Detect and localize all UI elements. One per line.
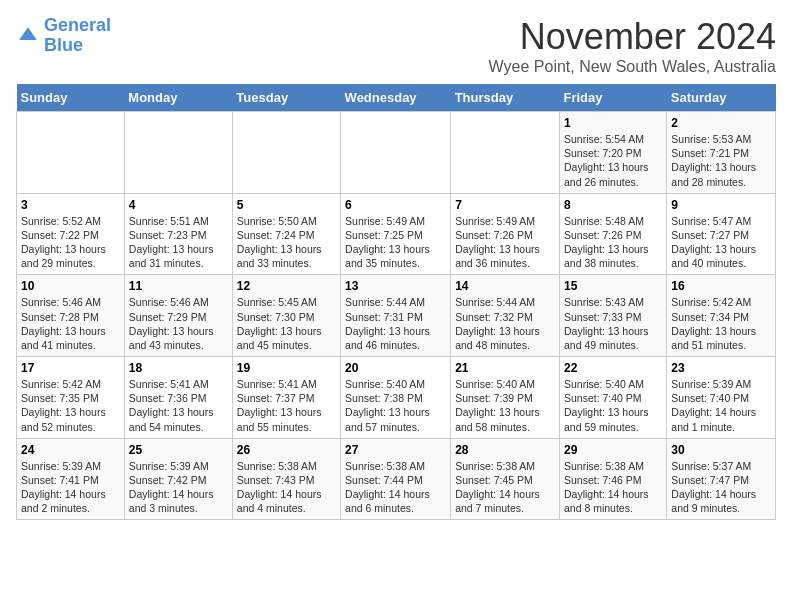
col-header-friday: Friday: [559, 84, 666, 112]
day-info: Sunrise: 5:40 AMSunset: 7:38 PMDaylight:…: [345, 377, 446, 434]
day-cell: 2Sunrise: 5:53 AMSunset: 7:21 PMDaylight…: [667, 112, 776, 194]
col-header-tuesday: Tuesday: [232, 84, 340, 112]
day-number: 8: [564, 198, 662, 212]
day-number: 2: [671, 116, 771, 130]
day-info: Sunrise: 5:44 AMSunset: 7:31 PMDaylight:…: [345, 295, 446, 352]
day-info: Sunrise: 5:39 AMSunset: 7:42 PMDaylight:…: [129, 459, 228, 516]
day-cell: 15Sunrise: 5:43 AMSunset: 7:33 PMDayligh…: [559, 275, 666, 357]
day-info: Sunrise: 5:46 AMSunset: 7:29 PMDaylight:…: [129, 295, 228, 352]
logo-icon: [16, 24, 40, 48]
day-info: Sunrise: 5:43 AMSunset: 7:33 PMDaylight:…: [564, 295, 662, 352]
day-info: Sunrise: 5:49 AMSunset: 7:25 PMDaylight:…: [345, 214, 446, 271]
day-number: 5: [237, 198, 336, 212]
day-number: 1: [564, 116, 662, 130]
day-info: Sunrise: 5:38 AMSunset: 7:43 PMDaylight:…: [237, 459, 336, 516]
day-number: 29: [564, 443, 662, 457]
day-cell: 19Sunrise: 5:41 AMSunset: 7:37 PMDayligh…: [232, 357, 340, 439]
day-info: Sunrise: 5:39 AMSunset: 7:40 PMDaylight:…: [671, 377, 771, 434]
title-block: November 2024 Wyee Point, New South Wale…: [489, 16, 776, 76]
day-info: Sunrise: 5:51 AMSunset: 7:23 PMDaylight:…: [129, 214, 228, 271]
day-number: 21: [455, 361, 555, 375]
day-info: Sunrise: 5:40 AMSunset: 7:40 PMDaylight:…: [564, 377, 662, 434]
week-row-2: 3Sunrise: 5:52 AMSunset: 7:22 PMDaylight…: [17, 193, 776, 275]
day-info: Sunrise: 5:47 AMSunset: 7:27 PMDaylight:…: [671, 214, 771, 271]
logo-line1: General: [44, 15, 111, 35]
day-cell: 29Sunrise: 5:38 AMSunset: 7:46 PMDayligh…: [559, 438, 666, 520]
day-cell: 24Sunrise: 5:39 AMSunset: 7:41 PMDayligh…: [17, 438, 125, 520]
day-number: 3: [21, 198, 120, 212]
day-number: 23: [671, 361, 771, 375]
day-cell: 28Sunrise: 5:38 AMSunset: 7:45 PMDayligh…: [451, 438, 560, 520]
day-info: Sunrise: 5:48 AMSunset: 7:26 PMDaylight:…: [564, 214, 662, 271]
day-cell: [451, 112, 560, 194]
day-cell: 14Sunrise: 5:44 AMSunset: 7:32 PMDayligh…: [451, 275, 560, 357]
logo-line2: Blue: [44, 36, 111, 56]
svg-marker-0: [19, 27, 37, 40]
day-number: 25: [129, 443, 228, 457]
day-cell: [124, 112, 232, 194]
day-cell: 4Sunrise: 5:51 AMSunset: 7:23 PMDaylight…: [124, 193, 232, 275]
day-info: Sunrise: 5:52 AMSunset: 7:22 PMDaylight:…: [21, 214, 120, 271]
day-cell: 13Sunrise: 5:44 AMSunset: 7:31 PMDayligh…: [341, 275, 451, 357]
day-number: 12: [237, 279, 336, 293]
day-info: Sunrise: 5:49 AMSunset: 7:26 PMDaylight:…: [455, 214, 555, 271]
day-cell: 11Sunrise: 5:46 AMSunset: 7:29 PMDayligh…: [124, 275, 232, 357]
day-cell: 5Sunrise: 5:50 AMSunset: 7:24 PMDaylight…: [232, 193, 340, 275]
week-row-4: 17Sunrise: 5:42 AMSunset: 7:35 PMDayligh…: [17, 357, 776, 439]
day-cell: 8Sunrise: 5:48 AMSunset: 7:26 PMDaylight…: [559, 193, 666, 275]
day-info: Sunrise: 5:45 AMSunset: 7:30 PMDaylight:…: [237, 295, 336, 352]
day-number: 22: [564, 361, 662, 375]
day-number: 15: [564, 279, 662, 293]
day-cell: 20Sunrise: 5:40 AMSunset: 7:38 PMDayligh…: [341, 357, 451, 439]
day-cell: 21Sunrise: 5:40 AMSunset: 7:39 PMDayligh…: [451, 357, 560, 439]
day-number: 30: [671, 443, 771, 457]
week-row-5: 24Sunrise: 5:39 AMSunset: 7:41 PMDayligh…: [17, 438, 776, 520]
day-info: Sunrise: 5:42 AMSunset: 7:34 PMDaylight:…: [671, 295, 771, 352]
day-cell: 9Sunrise: 5:47 AMSunset: 7:27 PMDaylight…: [667, 193, 776, 275]
col-header-sunday: Sunday: [17, 84, 125, 112]
day-info: Sunrise: 5:50 AMSunset: 7:24 PMDaylight:…: [237, 214, 336, 271]
header: General Blue November 2024 Wyee Point, N…: [16, 16, 776, 76]
day-info: Sunrise: 5:41 AMSunset: 7:36 PMDaylight:…: [129, 377, 228, 434]
day-cell: 10Sunrise: 5:46 AMSunset: 7:28 PMDayligh…: [17, 275, 125, 357]
day-cell: 26Sunrise: 5:38 AMSunset: 7:43 PMDayligh…: [232, 438, 340, 520]
col-header-monday: Monday: [124, 84, 232, 112]
day-info: Sunrise: 5:40 AMSunset: 7:39 PMDaylight:…: [455, 377, 555, 434]
day-number: 7: [455, 198, 555, 212]
main-title: November 2024: [489, 16, 776, 58]
subtitle: Wyee Point, New South Wales, Australia: [489, 58, 776, 76]
day-cell: 7Sunrise: 5:49 AMSunset: 7:26 PMDaylight…: [451, 193, 560, 275]
day-cell: 16Sunrise: 5:42 AMSunset: 7:34 PMDayligh…: [667, 275, 776, 357]
day-cell: 18Sunrise: 5:41 AMSunset: 7:36 PMDayligh…: [124, 357, 232, 439]
day-info: Sunrise: 5:38 AMSunset: 7:44 PMDaylight:…: [345, 459, 446, 516]
day-cell: 3Sunrise: 5:52 AMSunset: 7:22 PMDaylight…: [17, 193, 125, 275]
day-info: Sunrise: 5:38 AMSunset: 7:46 PMDaylight:…: [564, 459, 662, 516]
day-info: Sunrise: 5:44 AMSunset: 7:32 PMDaylight:…: [455, 295, 555, 352]
day-number: 17: [21, 361, 120, 375]
day-number: 6: [345, 198, 446, 212]
col-header-wednesday: Wednesday: [341, 84, 451, 112]
day-number: 14: [455, 279, 555, 293]
day-cell: [341, 112, 451, 194]
day-number: 24: [21, 443, 120, 457]
day-number: 26: [237, 443, 336, 457]
header-row: SundayMondayTuesdayWednesdayThursdayFrid…: [17, 84, 776, 112]
day-number: 18: [129, 361, 228, 375]
day-number: 16: [671, 279, 771, 293]
day-number: 9: [671, 198, 771, 212]
day-cell: 1Sunrise: 5:54 AMSunset: 7:20 PMDaylight…: [559, 112, 666, 194]
day-info: Sunrise: 5:54 AMSunset: 7:20 PMDaylight:…: [564, 132, 662, 189]
day-number: 28: [455, 443, 555, 457]
day-cell: 27Sunrise: 5:38 AMSunset: 7:44 PMDayligh…: [341, 438, 451, 520]
day-number: 13: [345, 279, 446, 293]
day-number: 19: [237, 361, 336, 375]
day-cell: 6Sunrise: 5:49 AMSunset: 7:25 PMDaylight…: [341, 193, 451, 275]
day-cell: 25Sunrise: 5:39 AMSunset: 7:42 PMDayligh…: [124, 438, 232, 520]
day-cell: 30Sunrise: 5:37 AMSunset: 7:47 PMDayligh…: [667, 438, 776, 520]
day-info: Sunrise: 5:38 AMSunset: 7:45 PMDaylight:…: [455, 459, 555, 516]
week-row-3: 10Sunrise: 5:46 AMSunset: 7:28 PMDayligh…: [17, 275, 776, 357]
logo: General Blue: [16, 16, 111, 56]
day-info: Sunrise: 5:53 AMSunset: 7:21 PMDaylight:…: [671, 132, 771, 189]
col-header-saturday: Saturday: [667, 84, 776, 112]
day-info: Sunrise: 5:39 AMSunset: 7:41 PMDaylight:…: [21, 459, 120, 516]
